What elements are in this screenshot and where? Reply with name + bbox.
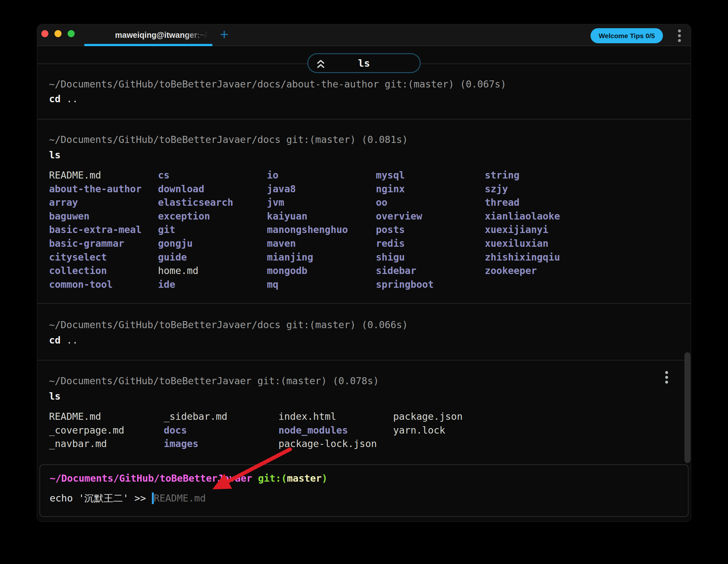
directory-entry: overview	[376, 210, 485, 223]
directory-entry: posts	[376, 223, 485, 237]
command-input[interactable]: echo '沉默王二' >> README.md	[50, 491, 206, 505]
directory-entry: maven	[267, 237, 376, 251]
directory-entry: guide	[158, 251, 267, 264]
block-divider	[37, 119, 691, 120]
window-menu-icon[interactable]	[678, 29, 681, 44]
directory-entry: jvm	[267, 196, 376, 210]
directory-entry: io	[267, 169, 376, 182]
directory-entry: xuexiluxian	[485, 237, 594, 251]
block-context-line: ~/Documents/GitHub/toBeBetterJavaer git:…	[49, 374, 379, 388]
minimize-window-button[interactable]	[54, 30, 62, 37]
welcome-tips-button[interactable]: Welcome Tips 0/5	[591, 28, 663, 43]
directory-entry: mianjing	[267, 251, 376, 264]
scrollbar-thumb[interactable]	[684, 352, 691, 463]
directory-entry: springboot	[376, 278, 485, 292]
block-divider	[37, 303, 691, 304]
tab-title-fade	[184, 25, 212, 45]
directory-entry: exception	[158, 210, 267, 223]
directory-entry: thread	[485, 196, 594, 210]
zoom-window-button[interactable]	[68, 30, 75, 37]
directory-entry: baguwen	[49, 210, 158, 223]
directory-entry: download	[158, 182, 267, 196]
block-divider	[37, 360, 691, 361]
directory-entry: ide	[158, 278, 267, 292]
terminal-window: maweiqing@itwanger:~/Docum + Welcome Tip…	[37, 24, 691, 522]
file-entry: package-lock.json	[278, 437, 393, 451]
directory-entry: xianliaolaoke	[485, 210, 594, 223]
directory-entry: cs	[158, 169, 267, 182]
directory-entry: java8	[267, 182, 376, 196]
directory-entry: mongodb	[267, 264, 376, 278]
directory-entry: array	[49, 196, 158, 210]
current-prompt-block[interactable]: ~/Documents/GitHub/toBeBetterJavaer git:…	[39, 464, 689, 517]
directory-entry: szjy	[485, 182, 594, 196]
close-window-button[interactable]	[41, 30, 48, 37]
directory-entry: manongshenghuo	[267, 223, 376, 237]
directory-entry: common-tool	[49, 278, 158, 292]
file-entry: index.html	[278, 410, 393, 424]
directory-entry: git	[158, 223, 267, 237]
sticky-command-label: ls	[308, 54, 420, 72]
block-command: cd ..	[49, 333, 78, 347]
directory-entry: mysql	[376, 169, 485, 182]
prompt-context-line: ~/Documents/GitHub/toBeBetterJavaer git:…	[50, 471, 327, 485]
file-entry: _sidebar.md	[164, 410, 278, 424]
directory-entry: redis	[376, 237, 485, 251]
directory-entry: string	[485, 169, 594, 182]
file-entry: yarn.lock	[393, 424, 508, 437]
autocomplete-suggestion: README.md	[154, 493, 206, 504]
block-context-line: ~/Documents/GitHub/toBeBetterJavaer/docs…	[49, 133, 408, 147]
directory-entry: xuexijianyi	[485, 223, 594, 237]
sticky-command-pill[interactable]: ls	[307, 53, 421, 73]
directory-entry: about-the-author	[49, 182, 158, 196]
directory-entry: nginx	[376, 182, 485, 196]
ls-output-grid: README.mdcsiomysqlstringabout-the-author…	[49, 169, 594, 291]
directory-entry: docs	[164, 424, 278, 437]
file-entry: README.md	[49, 410, 164, 424]
block-command: ls	[49, 148, 61, 162]
directory-entry: cityselect	[49, 251, 158, 264]
file-entry: package.json	[393, 410, 508, 424]
block-menu-icon[interactable]	[665, 371, 668, 386]
block-command: cd ..	[49, 92, 78, 106]
active-tab-indicator	[84, 44, 212, 46]
directory-entry: zookeeper	[485, 264, 594, 278]
directory-entry: basic-extra-meal	[49, 223, 158, 237]
titlebar: maweiqing@itwanger:~/Docum + Welcome Tip…	[37, 24, 691, 46]
directory-entry: zhishixingqiu	[485, 251, 594, 264]
directory-entry: gongju	[158, 237, 267, 251]
directory-entry: node_modules	[278, 424, 393, 437]
file-entry: home.md	[158, 264, 267, 278]
file-entry: _navbar.md	[49, 437, 164, 451]
file-entry: _coverpage.md	[49, 424, 164, 437]
file-entry: README.md	[49, 169, 158, 182]
directory-entry: mq	[267, 278, 376, 292]
block-command: ls	[49, 389, 61, 403]
directory-entry: collection	[49, 264, 158, 278]
directory-entry: images	[164, 437, 278, 451]
directory-entry: shigu	[376, 251, 485, 264]
directory-entry: elasticsearch	[158, 196, 267, 210]
directory-entry: oo	[376, 196, 485, 210]
new-tab-button[interactable]: +	[217, 24, 232, 46]
ls-output-grid: README.md_sidebar.mdindex.htmlpackage.js…	[49, 410, 508, 451]
block-context-line: ~/Documents/GitHub/toBeBetterJavaer/docs…	[49, 318, 408, 332]
directory-entry: sidebar	[376, 264, 485, 278]
block-context-line: ~/Documents/GitHub/toBeBetterJavaer/docs…	[49, 77, 506, 91]
directory-entry: kaiyuan	[267, 210, 376, 223]
screenshot-canvas: maweiqing@itwanger:~/Docum + Welcome Tip…	[0, 0, 728, 564]
directory-entry: basic-grammar	[49, 237, 158, 251]
terminal-tab[interactable]: maweiqing@itwanger:~/Docum	[84, 24, 212, 46]
